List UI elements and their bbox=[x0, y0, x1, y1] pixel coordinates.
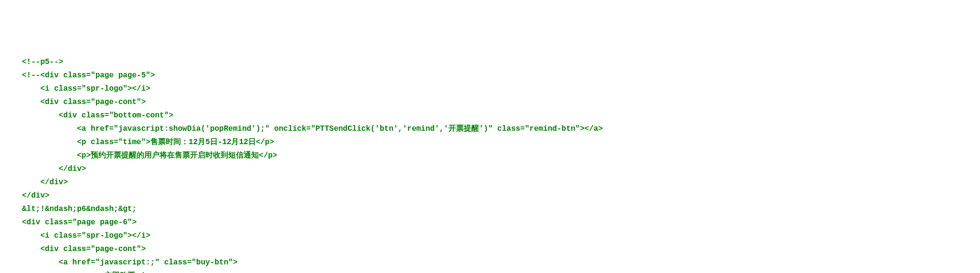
code-line: <!--<div class="page page-5"> bbox=[22, 69, 980, 82]
code-line: </div> bbox=[22, 189, 980, 202]
code-line: <span>立即购票</span> bbox=[22, 269, 980, 273]
code-line: <a href="javascript:;" class="buy-btn"> bbox=[22, 256, 980, 269]
code-line: <i class="spr-logo"></i> bbox=[22, 82, 980, 95]
code-line: <div class="bottom-cont"> bbox=[22, 109, 980, 122]
code-block: <!--p5--><!--<div class="page page-5"> <… bbox=[0, 53, 980, 273]
code-line: <div class="page page-6"> bbox=[22, 216, 980, 229]
code-line: <a href="javascript:showDia('popRemind')… bbox=[22, 122, 980, 136]
code-line: <!--p5--> bbox=[22, 55, 980, 69]
code-line: <i class="spr-logo"></i> bbox=[22, 229, 980, 242]
code-line: &lt;!&ndash;p6&ndash;&gt; bbox=[22, 202, 980, 216]
code-line: <div class="page-cont"> bbox=[22, 95, 980, 109]
code-line: </div> bbox=[22, 162, 980, 176]
code-line: </div> bbox=[22, 176, 980, 189]
code-line: <p class="time">售票时间：12月5日-12月12日</p> bbox=[22, 136, 980, 149]
code-line: <p>预约开票提醒的用户将在售票开启时收到短信通知</p> bbox=[22, 149, 980, 162]
code-line: <div class="page-cont"> bbox=[22, 242, 980, 256]
